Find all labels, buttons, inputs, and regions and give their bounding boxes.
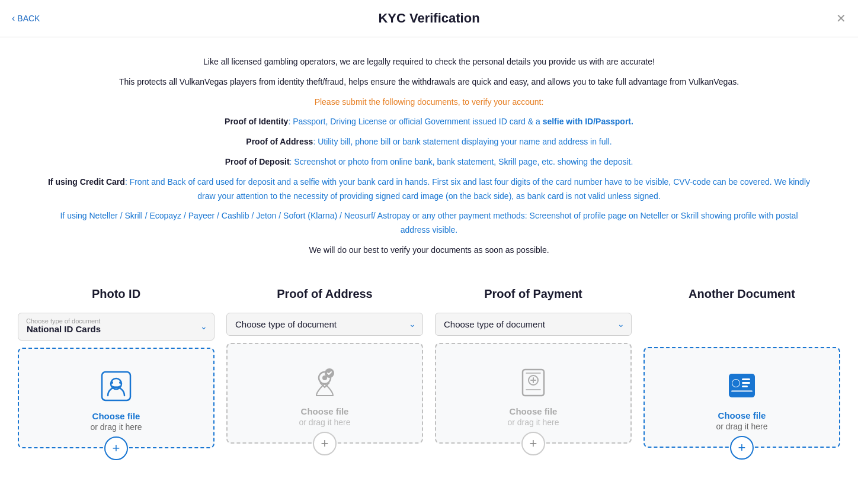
another-doc-drop-sub: or drag it here bbox=[716, 422, 767, 431]
proof-identity-text: : Passport, Driving License or official … bbox=[288, 117, 542, 126]
proof-address-dropzone[interactable]: Choose file or drag it here bbox=[226, 343, 423, 444]
proof-payment-col-title: Proof of Payment bbox=[484, 287, 582, 301]
svg-rect-13 bbox=[742, 386, 748, 387]
photo-id-dropzone[interactable]: Choose file or drag it here bbox=[18, 348, 214, 448]
proof-payment-select-wrapper[interactable]: Choose type of document Screenshot Bank … bbox=[435, 313, 632, 336]
close-button[interactable]: ✕ bbox=[836, 12, 846, 24]
photo-id-drop-sub: or drag it here bbox=[90, 422, 142, 432]
page-title: KYC Verification bbox=[378, 11, 479, 26]
photo-id-add-button[interactable]: + bbox=[104, 436, 128, 460]
another-doc-dropzone[interactable]: Choose file or drag it here bbox=[644, 347, 840, 448]
svg-rect-14 bbox=[731, 390, 753, 392]
back-button[interactable]: ‹ BACK bbox=[12, 13, 40, 24]
proof-payment-drop-text: Choose file bbox=[510, 405, 558, 418]
svg-rect-11 bbox=[742, 378, 750, 380]
credit-card-label: If using Credit Card bbox=[48, 177, 125, 187]
info-proof-identity: Proof of Identity: Passport, Driving Lic… bbox=[47, 115, 811, 129]
info-line2: This protects all VulkanVegas players fr… bbox=[47, 75, 811, 89]
another-doc-col-title: Another Document bbox=[689, 287, 795, 301]
proof-address-drop-text: Choose file bbox=[301, 405, 349, 418]
info-credit-card: If using Credit Card: Front and Back of … bbox=[47, 175, 811, 204]
column-proof-payment: Proof of Payment Choose type of document… bbox=[435, 287, 632, 460]
columns-section: Photo ID Choose type of document Nationa… bbox=[0, 269, 858, 460]
location-icon bbox=[308, 365, 341, 398]
header: ‹ BACK KYC Verification ✕ bbox=[0, 0, 858, 37]
info-line3: Please submit the following documents, t… bbox=[47, 95, 811, 110]
info-proof-deposit: Proof of Deposit: Screenshot or photo fr… bbox=[47, 155, 811, 169]
column-proof-address: Proof of Address Choose type of document… bbox=[226, 287, 423, 460]
proof-deposit-label: Proof of Deposit bbox=[225, 157, 290, 166]
info-proof-address: Proof of Address: Utility bill, phone bi… bbox=[47, 135, 811, 149]
info-section: Like all licensed gambling operators, we… bbox=[0, 37, 858, 269]
info-best-effort: We will do our best to verify your docum… bbox=[47, 243, 811, 258]
column-photo-id: Photo ID Choose type of document Nationa… bbox=[18, 287, 214, 460]
svg-point-3 bbox=[119, 381, 121, 384]
back-arrow-icon: ‹ bbox=[12, 13, 15, 24]
proof-address-select-wrapper[interactable]: Choose type of document Utility Bill Ban… bbox=[226, 313, 423, 336]
proof-address-drop-sub: or drag it here bbox=[299, 418, 350, 427]
photo-id-title: Photo ID bbox=[92, 287, 140, 301]
proof-payment-add-button[interactable]: + bbox=[521, 432, 545, 455]
proof-address-select[interactable]: Choose type of document Utility Bill Ban… bbox=[226, 313, 423, 336]
svg-point-2 bbox=[111, 381, 113, 384]
proof-payment-select[interactable]: Choose type of document Screenshot Bank … bbox=[435, 313, 632, 336]
photo-id-drop-text: Choose file bbox=[92, 410, 140, 422]
face-icon bbox=[100, 370, 133, 403]
credit-card-text: : Front and Back of card used for deposi… bbox=[125, 177, 810, 201]
photo-id-select-wrapper[interactable]: Choose type of document National ID Card… bbox=[18, 313, 214, 341]
another-doc-add-button[interactable]: + bbox=[730, 436, 754, 460]
photo-id-select[interactable]: National ID Cards Passport Driving Licen… bbox=[18, 313, 214, 341]
proof-payment-dropzone[interactable]: Choose file or drag it here bbox=[435, 343, 632, 444]
proof-deposit-text: : Screenshot or photo from online bank, … bbox=[290, 157, 633, 166]
proof-identity-label: Proof of Identity bbox=[225, 117, 288, 126]
proof-address-label: Proof of Address bbox=[246, 137, 313, 146]
doc-icon bbox=[725, 369, 758, 402]
proof-payment-drop-sub: or drag it here bbox=[507, 418, 559, 427]
back-label: BACK bbox=[17, 14, 40, 23]
info-neteller: If using Neteller / Skrill / Ecopayz / P… bbox=[47, 209, 811, 237]
info-line1: Like all licensed gambling operators, we… bbox=[47, 55, 811, 69]
proof-address-text: : Utility bill, phone bill or bank state… bbox=[313, 137, 612, 146]
another-doc-drop-text: Choose file bbox=[718, 409, 766, 422]
column-another-doc: Another Document Choose file or drag it … bbox=[644, 287, 840, 460]
payment-icon bbox=[517, 365, 550, 398]
svg-rect-0 bbox=[102, 372, 130, 400]
proof-identity-bold: selfie with ID/Passport. bbox=[543, 117, 633, 126]
proof-address-col-title: Proof of Address bbox=[277, 287, 373, 301]
proof-address-add-button[interactable]: + bbox=[313, 432, 337, 455]
svg-rect-12 bbox=[742, 382, 750, 384]
